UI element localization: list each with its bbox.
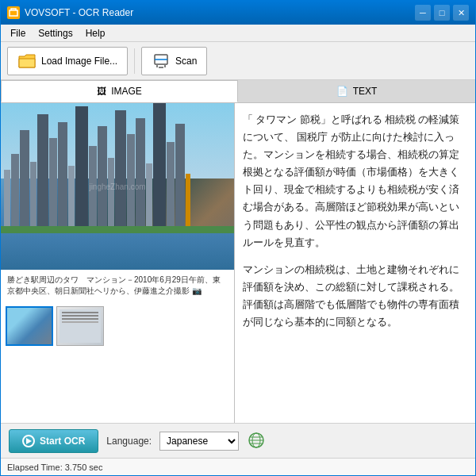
toolbar-separator bbox=[134, 48, 135, 74]
content-area: jingheZhan.com 勝どき駅周辺のタワ マンション－2010年6月29… bbox=[1, 103, 475, 423]
tab-image[interactable]: 🖼 IMAGE bbox=[1, 80, 238, 102]
minimize-button[interactable]: ─ bbox=[415, 5, 431, 21]
window-title: VOVSOFT - OCR Reader bbox=[25, 7, 415, 18]
bottom-bar: Start OCR Language: Japanese English Chi… bbox=[1, 423, 475, 458]
window-controls: ─ □ ✕ bbox=[415, 5, 469, 21]
main-window: VOVSOFT - OCR Reader ─ □ ✕ File Settings… bbox=[0, 0, 476, 476]
ocr-button-label: Start OCR bbox=[40, 436, 85, 447]
camera-icon: 📷 bbox=[192, 286, 202, 295]
language-select[interactable]: Japanese English Chinese Korean bbox=[159, 432, 239, 451]
scan-icon bbox=[152, 52, 171, 71]
load-button-label: Load Image File... bbox=[41, 56, 117, 67]
text-tab-icon: 📄 bbox=[336, 86, 348, 97]
svg-rect-0 bbox=[10, 10, 17, 16]
tab-bar: 🖼 IMAGE 📄 TEXT bbox=[1, 80, 475, 103]
menu-file[interactable]: File bbox=[4, 26, 32, 40]
title-bar: VOVSOFT - OCR Reader ─ □ ✕ bbox=[1, 1, 475, 25]
menu-settings[interactable]: Settings bbox=[32, 26, 79, 40]
toolbar: Load Image File... Scan bbox=[1, 42, 475, 80]
text-content: 「 タワマン 節税」と呼ばれる 相続税 の軽減策について、 国税庁 が防止に向け… bbox=[243, 111, 467, 331]
start-ocr-button[interactable]: Start OCR bbox=[9, 429, 98, 453]
svg-marker-3 bbox=[26, 438, 32, 444]
menu-bar: File Settings Help bbox=[1, 25, 475, 42]
text-paragraph-2: マンションの相続税は、土地と建物それぞれに評価額を決め、この総額に対して課税され… bbox=[243, 261, 467, 331]
folder-icon bbox=[17, 52, 36, 71]
image-tab-icon: 🖼 bbox=[97, 86, 106, 97]
main-image: jingheZhan.com bbox=[1, 103, 234, 270]
app-icon bbox=[7, 6, 20, 19]
menu-help[interactable]: Help bbox=[79, 26, 112, 40]
close-button[interactable]: ✕ bbox=[453, 5, 469, 21]
maximize-button[interactable]: □ bbox=[434, 5, 450, 21]
status-bar: Elapsed Time: 3.750 sec bbox=[1, 458, 475, 475]
tab-text[interactable]: 📄 TEXT bbox=[238, 80, 475, 102]
image-tab-label: IMAGE bbox=[111, 86, 142, 97]
text-paragraph-1: 「 タワマン 節税」と呼ばれる 相続税 の軽減策について、 国税庁 が防止に向け… bbox=[243, 111, 467, 251]
water-layer bbox=[1, 228, 234, 271]
thumbnail-1[interactable] bbox=[6, 306, 53, 346]
text-panel[interactable]: 「 タワマン 節税」と呼ばれる 相続税 の軽減策について、 国税庁 が防止に向け… bbox=[235, 103, 475, 423]
elapsed-time: Elapsed Time: 3.750 sec bbox=[7, 463, 102, 472]
image-caption: 勝どき駅周辺のタワ マンション－2010年6月29日午前、東京都中央区、朝日新聞… bbox=[1, 270, 234, 301]
ocr-button-icon bbox=[22, 435, 35, 447]
thumbnail-2[interactable] bbox=[56, 306, 104, 346]
globe-button[interactable] bbox=[247, 432, 266, 451]
load-image-button[interactable]: Load Image File... bbox=[7, 47, 128, 75]
text-tab-label: TEXT bbox=[353, 86, 378, 97]
image-panel: jingheZhan.com 勝どき駅周辺のタワ マンション－2010年6月29… bbox=[1, 103, 235, 423]
city-scene: jingheZhan.com bbox=[1, 103, 234, 270]
scan-button-label: Scan bbox=[175, 56, 197, 67]
caption-text: 勝どき駅周辺のタワ マンション－2010年6月29日午前、東京都中央区、朝日新聞… bbox=[7, 275, 221, 295]
scan-button[interactable]: Scan bbox=[141, 47, 207, 75]
language-label: Language: bbox=[106, 436, 152, 447]
thumbnail-strip bbox=[1, 301, 234, 351]
